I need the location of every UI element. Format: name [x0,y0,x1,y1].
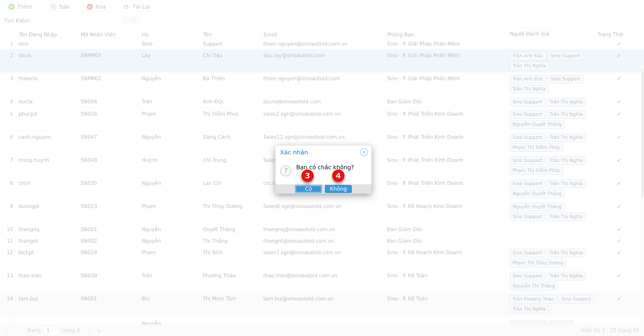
question-mark-icon: ? [280,166,291,176]
dialog-title: Xác nhận [280,149,308,156]
user-management-page: + Thêm ✎ Sửa − Xóa ⟳ Tải Lại Tìm Kiếm: × [0,0,644,336]
annotation-badge-3: 3 [302,170,314,182]
dialog-header[interactable]: Xác nhận ✕ [276,146,372,159]
confirm-dialog: Xác nhận ✕ ? Bạn có chắc không? Có Không [275,145,372,194]
no-button[interactable]: Không [325,185,352,193]
dialog-body: ? Bạn có chắc không? [276,159,372,184]
yes-button[interactable]: Có [295,185,322,193]
dialog-footer: Có Không [276,184,372,194]
dialog-message: Bạn có chắc không? [296,164,354,171]
close-icon[interactable]: ✕ [360,148,368,156]
annotation-badge-4: 4 [332,170,344,182]
